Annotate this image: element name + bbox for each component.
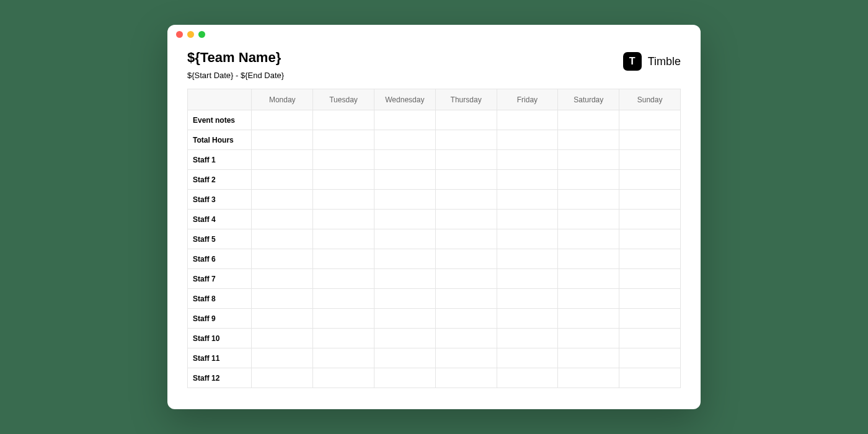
table-cell [374, 329, 435, 348]
table-cell [558, 309, 619, 329]
table-cell [497, 170, 558, 190]
table-row: Staff 4 [188, 210, 681, 229]
table-cell [313, 190, 374, 210]
team-name-heading: ${Team Name} [187, 50, 284, 66]
table-cell [558, 190, 619, 210]
table-cell [374, 110, 435, 130]
table-cell [558, 110, 619, 130]
table-cell [374, 190, 435, 210]
table-cell [313, 249, 374, 269]
maximize-icon[interactable] [198, 31, 205, 38]
row-label: Staff 5 [188, 229, 252, 249]
table-row: Staff 12 [188, 368, 681, 388]
table-cell [435, 110, 497, 130]
table-cell [313, 269, 374, 289]
table-cell [435, 130, 497, 150]
row-label: Staff 3 [188, 190, 252, 210]
table-cell [252, 269, 313, 289]
row-label: Staff 11 [188, 348, 252, 368]
table-cell [374, 309, 435, 329]
table-cell [313, 289, 374, 309]
minimize-icon[interactable] [187, 31, 194, 38]
table-cell [313, 229, 374, 249]
table-cell [497, 150, 558, 170]
table-cell [435, 368, 497, 388]
table-row: Staff 9 [188, 309, 681, 329]
table-cell [619, 289, 681, 309]
table-cell [558, 229, 619, 249]
table-header-day: Sunday [619, 89, 681, 110]
table-row: Staff 5 [188, 229, 681, 249]
row-label: Staff 2 [188, 170, 252, 190]
table-cell [313, 210, 374, 229]
table-cell [435, 229, 497, 249]
brand-name: Timble [648, 55, 681, 68]
table-cell [374, 368, 435, 388]
table-cell [252, 368, 313, 388]
table-body: Event notes Total Hours Staff 1 Staff 2 … [188, 110, 681, 388]
table-cell [619, 348, 681, 368]
table-cell [374, 229, 435, 249]
table-cell [619, 368, 681, 388]
table-cell [435, 329, 497, 348]
row-label: Staff 7 [188, 269, 252, 289]
table-cell [619, 130, 681, 150]
table-cell [619, 329, 681, 348]
table-cell [435, 289, 497, 309]
table-cell [374, 210, 435, 229]
table-cell [252, 289, 313, 309]
table-cell [619, 229, 681, 249]
table-cell [619, 210, 681, 229]
table-row: Staff 6 [188, 249, 681, 269]
table-cell [558, 329, 619, 348]
table-cell [435, 210, 497, 229]
table-cell [313, 110, 374, 130]
table-cell [374, 150, 435, 170]
table-cell [374, 130, 435, 150]
table-cell [558, 130, 619, 150]
table-cell [619, 309, 681, 329]
table-cell [497, 130, 558, 150]
table-cell [313, 309, 374, 329]
table-header-row: Monday Tuesday Wednesday Thursday Friday… [188, 89, 681, 110]
table-cell [497, 289, 558, 309]
row-label: Staff 1 [188, 150, 252, 170]
table-cell [497, 229, 558, 249]
table-cell [435, 269, 497, 289]
header-left: ${Team Name} ${Start Date} - ${End Date} [187, 50, 284, 80]
close-icon[interactable] [176, 31, 183, 38]
table-cell [558, 170, 619, 190]
row-label: Staff 8 [188, 289, 252, 309]
document-header: ${Team Name} ${Start Date} - ${End Date}… [187, 43, 681, 89]
table-cell [558, 269, 619, 289]
table-cell [374, 170, 435, 190]
table-cell [619, 190, 681, 210]
table-row: Staff 3 [188, 190, 681, 210]
table-cell [313, 130, 374, 150]
table-cell [313, 150, 374, 170]
table-row: Staff 2 [188, 170, 681, 190]
table-cell [619, 150, 681, 170]
table-header-day: Monday [252, 89, 313, 110]
row-label: Staff 4 [188, 210, 252, 229]
table-header-day: Wednesday [374, 89, 435, 110]
table-cell [252, 150, 313, 170]
table-cell [374, 348, 435, 368]
table-cell [497, 190, 558, 210]
table-row: Total Hours [188, 130, 681, 150]
table-cell [497, 309, 558, 329]
table-cell [374, 269, 435, 289]
table-cell [619, 170, 681, 190]
table-cell [497, 348, 558, 368]
table-header-day: Friday [497, 89, 558, 110]
table-cell [497, 269, 558, 289]
table-cell [252, 249, 313, 269]
table-cell [435, 190, 497, 210]
table-cell [374, 289, 435, 309]
table-cell [252, 309, 313, 329]
table-cell [497, 329, 558, 348]
schedule-table: Monday Tuesday Wednesday Thursday Friday… [187, 89, 681, 388]
table-cell [313, 170, 374, 190]
table-cell [252, 329, 313, 348]
table-cell [313, 368, 374, 388]
